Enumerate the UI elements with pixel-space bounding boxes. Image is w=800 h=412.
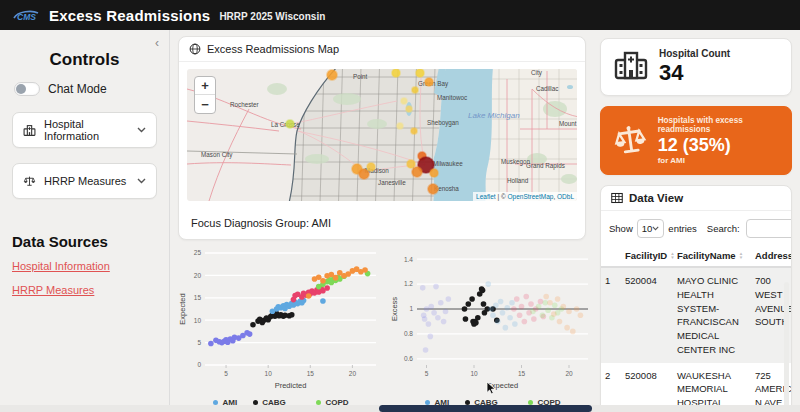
controls-sidebar: ‹ Controls Chat Mode Hospital Informatio… [0, 30, 170, 412]
data-point-HF [570, 329, 576, 335]
osm-link[interactable]: OpenStreetMap [508, 193, 554, 200]
data-source-link-hospital-information[interactable]: Hospital Information [12, 260, 169, 272]
column-header-facilityname[interactable]: FacilityName▲▼ [673, 245, 751, 267]
data-point-AMI [500, 310, 506, 316]
hrrp-measures-dropdown[interactable]: HRRP Measures [12, 163, 157, 199]
hospital-marker[interactable] [397, 123, 403, 129]
table-icon [611, 192, 623, 204]
data-point-HF [306, 293, 312, 299]
svg-text:15: 15 [194, 294, 202, 301]
data-point-HF [574, 306, 580, 312]
map-city-label: Manitowoc [437, 94, 467, 101]
horizontal-scrollbar-thumb[interactable] [379, 405, 592, 412]
data-point-HIP-KNEE [428, 304, 434, 310]
hospital-marker[interactable] [425, 78, 433, 86]
data-point-AMI [509, 300, 515, 306]
data-point-HIP-KNEE [446, 296, 452, 302]
svg-text:0: 0 [197, 361, 201, 368]
dropdown-label: HRRP Measures [44, 175, 129, 187]
stat-sublabel: for AMI [658, 156, 779, 165]
chat-mode-toggle[interactable] [14, 82, 40, 96]
svg-text:10: 10 [470, 370, 478, 377]
data-point-AMI [512, 321, 518, 327]
hospital-marker[interactable] [392, 69, 400, 77]
hospital-marker[interactable] [428, 184, 438, 194]
data-view-card: Data View Show 10 entries Search: Facili… [600, 185, 792, 412]
hospital-marker[interactable] [401, 98, 407, 104]
hospital-marker[interactable] [286, 120, 294, 128]
data-point-HIP-KNEE [208, 341, 214, 347]
svg-text:1.2: 1.2 [404, 280, 413, 287]
data-point-CABG [469, 296, 475, 302]
sidebar-collapse-icon[interactable]: ‹ [155, 36, 159, 50]
data-point-PN [519, 304, 525, 310]
map-city-label: Janesville [378, 179, 406, 186]
data-point-CABG [463, 316, 469, 322]
data-point-HF [551, 311, 557, 317]
column-header-facilityid[interactable]: FacilityID▲▼ [621, 245, 673, 267]
leaflet-map[interactable]: RochesterMason CityLa CrossePointGreen B… [187, 69, 577, 201]
table-row[interactable]: 1520004MAYO CLINIC HEALTH SYSTEM- FRANCI… [601, 267, 792, 363]
svg-text:5: 5 [425, 370, 429, 377]
hospital-marker[interactable] [412, 87, 418, 93]
hospital-information-dropdown[interactable]: Hospital Information [12, 112, 157, 148]
page-title: Excess Readmissions [49, 7, 210, 24]
leaflet-link[interactable]: Leaflet [476, 193, 496, 200]
data-point-AMI [495, 319, 501, 325]
data-point-CABG [473, 320, 479, 326]
hospital-marker[interactable] [412, 167, 422, 177]
y-axis-label: Excess [390, 297, 399, 321]
data-point-COPD [552, 302, 558, 308]
globe-icon [189, 43, 201, 55]
chevron-down-icon [137, 178, 146, 184]
page-size-select[interactable]: 10 [637, 219, 665, 238]
hospital-marker[interactable] [416, 69, 424, 77]
table-cell: 520004 [621, 267, 673, 363]
zoom-out-button[interactable]: − [195, 95, 215, 113]
map-city-label: Mason City [201, 151, 233, 159]
zoom-in-button[interactable]: + [195, 77, 215, 95]
data-point-PN [538, 299, 544, 305]
map-city-label: Holland [507, 177, 529, 184]
scatter-plot-canvas: 05101520255101520PredictedExpected [178, 246, 384, 392]
excess-readmissions-card: Hospitals with excess readmissions 12 (3… [600, 106, 792, 175]
data-source-link-hrrp-measures[interactable]: HRRP Measures [12, 284, 169, 296]
hospital-marker[interactable] [367, 163, 375, 171]
hospital-marker[interactable] [407, 160, 415, 168]
odbl-link[interactable]: ODbL [557, 193, 574, 200]
data-point-PN [531, 316, 537, 322]
column-header-index [601, 245, 621, 267]
data-point-CABG [475, 315, 481, 321]
map-city-label: Grand Rapids [526, 162, 565, 170]
svg-text:20: 20 [349, 370, 357, 377]
data-point-HF [547, 300, 553, 306]
scatter-plot-canvas: 0.60.811.21.45101520ExpectedExcess [390, 246, 596, 392]
data-point-HIP-KNEE [423, 347, 429, 353]
sort-icon: ▲▼ [739, 252, 743, 260]
map-attribution: Leaflet | © OpenStreetMap, ODbL [473, 192, 577, 201]
data-sources-title: Data Sources [12, 233, 169, 250]
scales-icon [610, 118, 650, 162]
data-point-PN [517, 312, 523, 318]
hospital-marker[interactable] [406, 106, 412, 112]
data-point-AMI [320, 298, 326, 304]
stat-label: Hospital Count [659, 48, 730, 59]
cms-logo: CMS [12, 8, 40, 23]
hospital-marker[interactable] [411, 128, 417, 134]
data-point-HIP-KNEE [435, 315, 441, 321]
data-point-AMI [504, 305, 510, 311]
map-city-label: Sheboygan [427, 119, 459, 127]
column-header-address[interactable]: Address▲▼ [751, 245, 792, 267]
chat-mode-label: Chat Mode [48, 82, 107, 96]
data-point-HF [320, 278, 326, 284]
search-input[interactable] [746, 219, 792, 238]
map-city-label: Lake Michigan [468, 111, 520, 120]
hospital-marker[interactable] [430, 169, 438, 177]
table-scrollbar[interactable] [784, 282, 789, 412]
hospital-marker[interactable] [327, 70, 337, 80]
data-point-AMI [507, 315, 513, 321]
data-point-CABG [289, 312, 295, 318]
data-point-HF [362, 267, 368, 273]
mouse-cursor [486, 381, 498, 395]
data-point-PN [522, 319, 528, 325]
